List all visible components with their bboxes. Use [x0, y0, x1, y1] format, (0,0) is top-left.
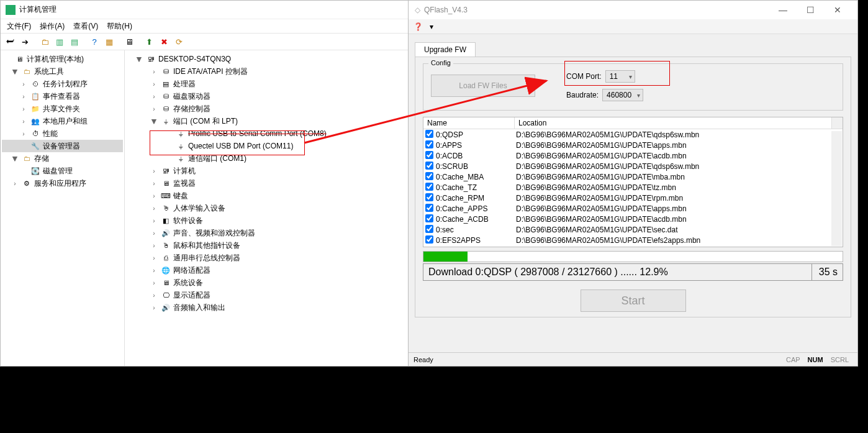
- menu-view[interactable]: 查看(V): [73, 21, 98, 32]
- tab-upgrade-fw[interactable]: Upgrade FW: [415, 42, 476, 57]
- close-icon[interactable]: ✕: [824, 5, 851, 15]
- tb-folder-icon[interactable]: 🗀: [38, 35, 52, 48]
- drive-icon: [161, 91, 171, 101]
- tree-twisty-icon[interactable]: ›: [150, 242, 158, 249]
- tree-twisty-icon[interactable]: ›: [150, 230, 158, 237]
- qf-dropdown-icon[interactable]: ▾: [426, 21, 437, 32]
- tb-help-icon[interactable]: ?: [88, 35, 101, 48]
- tree-twisty-icon[interactable]: ›: [150, 205, 158, 212]
- tree-item[interactable]: ›共享文件夹: [2, 103, 123, 115]
- row-checkbox[interactable]: [425, 225, 433, 233]
- tree-twisty-icon[interactable]: ⯆: [11, 155, 19, 162]
- list-item[interactable]: 0:SCRUBD:\BG96\BG96MAR02A05M1G\UPDATE\qd…: [423, 161, 843, 171]
- comport-select[interactable]: 11: [605, 70, 635, 83]
- list-item[interactable]: 0:Cache_TZD:\BG96\BG96MAR02A05M1G\UPDATE…: [423, 182, 843, 193]
- row-checkbox[interactable]: [425, 214, 433, 222]
- tree-item[interactable]: ⯆系统工具: [2, 65, 123, 78]
- row-location: D:\BG96\BG96MAR02A05M1G\UPDATE\qdsp6sw.m…: [515, 162, 843, 171]
- tree-twisty-icon[interactable]: ›: [150, 93, 158, 100]
- tree-twisty-icon[interactable]: ›: [19, 130, 28, 137]
- config-label: Config: [428, 59, 453, 66]
- tree-twisty-icon[interactable]: ⯆: [11, 68, 19, 75]
- share-icon: [30, 104, 40, 114]
- tree-twisty-icon[interactable]: ›: [11, 180, 19, 187]
- nav-back-icon[interactable]: ⮨: [3, 35, 17, 48]
- list-scrollbar[interactable]: [831, 131, 842, 246]
- tree-label: 监视器: [173, 178, 196, 189]
- tb-panes-icon[interactable]: ▥: [53, 35, 66, 48]
- list-item[interactable]: 0:Cache_RPMD:\BG96\BG96MAR02A05M1G\UPDAT…: [423, 193, 843, 203]
- tree-twisty-icon[interactable]: ›: [19, 118, 28, 125]
- tree-twisty-icon[interactable]: ›: [150, 255, 158, 262]
- tree-item[interactable]: ›性能: [2, 127, 123, 140]
- col-location[interactable]: Location: [515, 117, 832, 129]
- tree-twisty-icon[interactable]: ⯆: [150, 118, 158, 125]
- tree-item[interactable]: 设备管理器: [2, 140, 123, 152]
- folder-icon: [22, 66, 32, 76]
- list-item[interactable]: 0:Cache_APPSD:\BG96\BG96MAR02A05M1G\UPDA…: [423, 203, 843, 214]
- row-checkbox[interactable]: [425, 140, 433, 148]
- list-item[interactable]: 0:secD:\BG96\BG96MAR02A05M1G\UPDATE\sec.…: [423, 224, 843, 235]
- row-checkbox[interactable]: [425, 235, 433, 244]
- tb-delete-icon[interactable]: ✖: [157, 35, 171, 48]
- tree-twisty-icon[interactable]: ›: [150, 280, 158, 286]
- tree-twisty-icon[interactable]: ›: [19, 93, 28, 100]
- tree-twisty-icon[interactable]: ›: [150, 81, 158, 88]
- row-checkbox[interactable]: [425, 130, 433, 138]
- tb-list-icon[interactable]: ▤: [68, 35, 81, 48]
- tree-twisty-icon[interactable]: ›: [150, 106, 158, 112]
- col-name[interactable]: Name: [423, 117, 515, 129]
- tree-item[interactable]: ⯆存储: [2, 152, 123, 165]
- row-location: D:\BG96\BG96MAR02A05M1G\UPDATE\apps.mbn: [515, 204, 843, 213]
- list-item[interactable]: 0:Cache_MBAD:\BG96\BG96MAR02A05M1G\UPDAT…: [423, 171, 843, 182]
- tb-enable-icon[interactable]: ⬆: [142, 35, 156, 48]
- tree-item[interactable]: ›服务和应用程序: [2, 177, 123, 189]
- tree-item[interactable]: 磁盘管理: [2, 165, 123, 177]
- tree-twisty-icon[interactable]: ›: [150, 168, 158, 175]
- tree-item[interactable]: 计算机管理(本地): [2, 53, 123, 65]
- tree-twisty-icon[interactable]: ›: [150, 304, 158, 311]
- row-checkbox[interactable]: [425, 183, 433, 191]
- list-item[interactable]: 0:APPSD:\BG96\BG96MAR02A05M1G\UPDATE\app…: [423, 140, 843, 150]
- tree-twisty-icon[interactable]: ›: [150, 193, 158, 199]
- list-item[interactable]: 0:EFS2APPSD:\BG96\BG96MAR02A05M1G\UPDATE…: [423, 235, 843, 245]
- tree-twisty-icon[interactable]: ›: [19, 106, 28, 112]
- tree-item[interactable]: ›任务计划程序: [2, 78, 123, 90]
- nav-fwd-icon[interactable]: ➔: [18, 35, 32, 48]
- tree-twisty-icon[interactable]: ›: [150, 217, 158, 224]
- maximize-icon[interactable]: ☐: [797, 5, 824, 15]
- tree-twisty-icon[interactable]: ›: [150, 267, 158, 274]
- tree-twisty-icon[interactable]: ›: [150, 292, 158, 299]
- menu-file[interactable]: 文件(F): [7, 21, 31, 32]
- list-item[interactable]: 0:QDSPD:\BG96\BG96MAR02A05M1G\UPDATE\qds…: [423, 129, 843, 140]
- perf-icon: [30, 129, 40, 139]
- list-item[interactable]: 0:ACDBD:\BG96\BG96MAR02A05M1G\UPDATE\acd…: [423, 150, 843, 161]
- row-checkbox[interactable]: [425, 204, 433, 212]
- tree-twisty-icon[interactable]: ›: [150, 180, 158, 187]
- menu-action[interactable]: 操作(A): [40, 21, 65, 32]
- tb-monitor-icon[interactable]: 🖥: [122, 35, 136, 48]
- start-button[interactable]: Start: [581, 289, 686, 312]
- tree-item[interactable]: ›事件查看器: [2, 90, 123, 103]
- row-checkbox[interactable]: [425, 193, 433, 201]
- progress-fill: [423, 252, 468, 262]
- cm-title-text: 计算机管理: [19, 4, 57, 15]
- load-fw-button[interactable]: Load FW Files: [431, 75, 535, 97]
- baudrate-select[interactable]: 460800: [602, 89, 643, 101]
- tree-item[interactable]: ›本地用户和组: [2, 115, 123, 127]
- qf-titlebar[interactable]: ◇ QFlash_V4.3 — ☐ ✕: [409, 1, 857, 19]
- row-checkbox[interactable]: [425, 172, 433, 180]
- menu-help[interactable]: 帮助(H): [107, 21, 132, 32]
- tree-twisty-icon[interactable]: ⯆: [135, 56, 143, 63]
- list-item[interactable]: 0:Cache_ACDBD:\BG96\BG96MAR02A05M1G\UPDA…: [423, 214, 843, 224]
- qf-title-text: QFlash_V4.3: [424, 6, 468, 14]
- minimize-icon[interactable]: —: [769, 5, 797, 15]
- tb-refresh-icon[interactable]: ⟳: [172, 35, 186, 48]
- row-checkbox[interactable]: [425, 151, 433, 159]
- row-checkbox[interactable]: [425, 162, 433, 170]
- tree-twisty-icon[interactable]: ›: [19, 81, 28, 88]
- qf-help-icon[interactable]: ❓: [412, 21, 423, 32]
- qf-app-icon: ◇: [415, 6, 420, 14]
- tb-calendar-icon[interactable]: ▦: [102, 35, 116, 48]
- tree-twisty-icon[interactable]: ›: [150, 68, 158, 75]
